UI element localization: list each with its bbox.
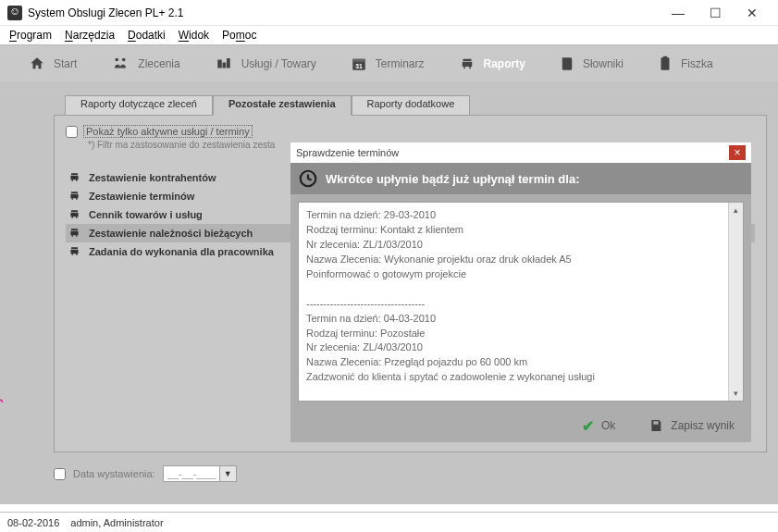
dialog-body-text: Termin na dzień: 29-03-2010 Rodzaj termi… <box>306 208 735 385</box>
dialog-close-button[interactable]: × <box>729 145 746 160</box>
toolbar-slowniki[interactable]: Słowniki <box>546 52 636 76</box>
date-dropdown-button[interactable]: ▼ <box>220 465 237 482</box>
date-filter-label: Data wystawienia: <box>73 468 155 479</box>
dialog-titlebar: Sprawdzenie terminów × <box>290 142 751 163</box>
dialog-ok-button[interactable]: ✔ Ok <box>582 417 615 435</box>
status-bar: 08-02-2016 admin, Administrator <box>0 512 778 532</box>
tab-pozostale-zestawienia[interactable]: Pozostałe zestawienia <box>213 95 352 116</box>
dialog-save-button[interactable]: Zapisz wynik <box>648 418 735 433</box>
menu-narzedzia[interactable]: Narzędzia <box>65 29 115 42</box>
dialog-scrollbar[interactable]: ▴ ▾ <box>728 203 743 401</box>
clock-icon <box>298 168 318 189</box>
toolbar-uslugi-towary[interactable]: Usługi / Towary <box>201 52 329 76</box>
date-filter-checkbox[interactable] <box>54 468 66 480</box>
scroll-down-icon[interactable]: ▾ <box>729 386 743 401</box>
deadlines-dialog: Sprawdzenie terminów × Wkrótce upłynie b… <box>290 142 751 442</box>
dialog-body: Termin na dzień: 29-03-2010 Rodzaj termi… <box>298 202 744 402</box>
minimize-button[interactable]: — <box>660 0 697 26</box>
tab-raporty-zlecen[interactable]: Raporty dotyczące zleceń <box>65 95 213 116</box>
filter-active-checkbox[interactable] <box>66 126 78 138</box>
scroll-up-icon[interactable]: ▴ <box>729 203 743 217</box>
dialog-footer: ✔ Ok Zapisz wynik <box>290 409 751 442</box>
status-user: admin, Administrator <box>70 517 163 528</box>
toolbar-terminarz[interactable]: 31 Terminarz <box>337 52 438 76</box>
close-button[interactable]: ✕ <box>734 0 771 26</box>
dialog-title: Sprawdzenie terminów <box>296 147 399 158</box>
menu-program[interactable]: Program <box>9 29 52 42</box>
svg-point-1 <box>122 58 126 62</box>
dialog-banner: Wkrótce upłynie bądź już upłynął termin … <box>290 163 751 194</box>
svg-rect-6 <box>663 56 668 59</box>
toolbar-raporty[interactable]: Raporty <box>445 52 538 76</box>
filter-active-label: Pokaż tylko aktywne usługi / terminy <box>83 125 253 138</box>
window-title: System Obslugi Zlecen PL+ 2.1 <box>28 6 660 19</box>
app-icon <box>7 6 22 20</box>
tab-raporty-dodatkowe[interactable]: Raporty dodatkowe <box>352 95 471 116</box>
date-filter-row: Data wystawienia: ▼ <box>54 465 237 482</box>
svg-rect-5 <box>661 57 669 70</box>
toolbar-fiszka[interactable]: Fiszka <box>644 52 726 76</box>
toolbar-zlecenia[interactable]: Zlecenia <box>97 52 192 76</box>
svg-point-0 <box>116 58 119 62</box>
title-bar: System Obslugi Zlecen PL+ 2.1 — ☐ ✕ <box>0 0 778 26</box>
dialog-banner-text: Wkrótce upłynie bądź już upłynął termin … <box>326 172 579 186</box>
status-date: 08-02-2016 <box>7 517 59 528</box>
floppy-icon <box>648 418 663 433</box>
svg-rect-3 <box>352 59 365 62</box>
check-icon: ✔ <box>582 417 594 435</box>
maximize-button[interactable]: ☐ <box>697 0 734 26</box>
brand-vertical: SoftwareProjekt <box>0 375 4 499</box>
menu-widok[interactable]: Widok <box>179 29 209 42</box>
main-toolbar: Start Zlecenia Usługi / Towary 31 Termin… <box>0 44 778 83</box>
menu-pomoc[interactable]: Pomoc <box>222 29 256 42</box>
toolbar-start[interactable]: Start <box>15 52 90 76</box>
svg-text:31: 31 <box>355 63 363 69</box>
menu-bar: Program Narzędzia Dodatki Widok Pomoc <box>0 26 778 44</box>
date-filter-input[interactable] <box>163 465 220 482</box>
tab-strip: Raporty dotyczące zleceń Pozostałe zesta… <box>65 94 767 115</box>
menu-dodatki[interactable]: Dodatki <box>128 29 166 42</box>
